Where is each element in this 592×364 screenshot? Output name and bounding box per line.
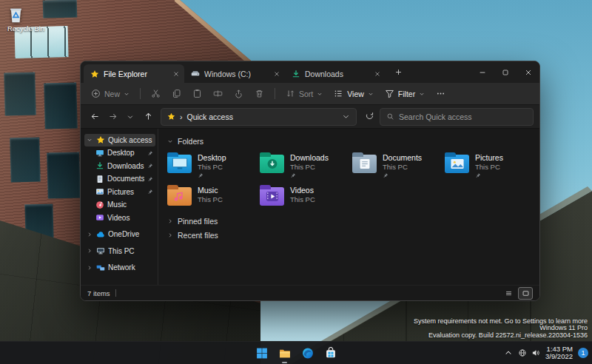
network-icon <box>96 263 105 272</box>
refresh-button[interactable] <box>361 109 377 125</box>
tab-label: Downloads <box>305 70 369 78</box>
folder-tile-downloads[interactable]: DownloadsThis PC <box>260 152 352 178</box>
new-tab-button[interactable] <box>390 64 406 81</box>
copy-icon <box>172 89 181 98</box>
details-view-button[interactable] <box>501 287 516 300</box>
building-window <box>24 204 53 240</box>
minimize-button[interactable] <box>471 61 494 83</box>
folder-tile-pictures[interactable]: PicturesThis PC <box>445 152 537 178</box>
scissors-icon <box>151 89 161 98</box>
recent-locations-button[interactable] <box>122 109 138 125</box>
sort-arrows-icon <box>286 89 295 98</box>
sidebar-item-desktop[interactable]: Desktop <box>84 147 155 160</box>
documents-folder-icon <box>352 155 377 173</box>
content-pane: Folders DesktopThis PCDownloadsThis PCDo… <box>158 129 539 285</box>
music-icon <box>95 200 104 209</box>
chevron-right-icon[interactable] <box>87 232 93 237</box>
large-icons-view-button[interactable] <box>518 287 533 300</box>
forward-button[interactable] <box>104 109 121 125</box>
tab-windows-c[interactable]: Windows (C:) <box>184 64 285 83</box>
view-button[interactable]: View <box>329 85 379 102</box>
chevron-down-icon <box>368 91 374 97</box>
up-button[interactable] <box>140 109 156 125</box>
taskbar-start-button[interactable] <box>253 344 271 362</box>
back-button[interactable] <box>87 109 103 125</box>
pin-icon <box>383 172 422 178</box>
tab-downloads[interactable]: Downloads <box>285 64 386 83</box>
paste-button[interactable] <box>187 85 207 102</box>
new-button[interactable]: New <box>86 85 135 102</box>
ellipsis-icon <box>436 89 445 98</box>
sidebar-item-onedrive[interactable]: OneDrive <box>84 229 155 241</box>
sort-button[interactable]: Sort <box>280 85 328 102</box>
chevron-right-icon <box>167 218 173 224</box>
building-window <box>44 82 78 129</box>
item-count: 7 items <box>87 289 110 297</box>
taskbar-file-explorer-button[interactable] <box>276 344 294 362</box>
more-button[interactable] <box>431 85 451 102</box>
tray-volume-icon[interactable] <box>531 348 540 357</box>
folders-section-header[interactable]: Folders <box>167 135 532 146</box>
toolbar-separator <box>140 88 141 99</box>
chevron-right-icon[interactable] <box>87 248 93 254</box>
breadcrumb[interactable]: › Quick access <box>161 108 357 126</box>
sidebar-item-label: OneDrive <box>108 230 153 238</box>
folder-tile-music[interactable]: MusicThis PC <box>167 185 260 206</box>
chevron-right-icon[interactable] <box>87 265 93 271</box>
section-header-pinned-files[interactable]: Pinned files <box>167 215 532 227</box>
delete-button[interactable] <box>249 85 269 102</box>
folder-location: This PC <box>198 163 226 172</box>
folder-tile-videos[interactable]: VideosThis PC <box>260 185 352 206</box>
sidebar-item-network[interactable]: Network <box>84 262 155 274</box>
sidebar-item-quick-access[interactable]: Quick access <box>84 134 155 146</box>
close-button[interactable] <box>517 61 539 83</box>
section-header-recent-files[interactable]: Recent files <box>167 229 532 241</box>
desktop: Recycle Bin File ExplorerWindows (C:)Dow… <box>0 0 592 364</box>
maximize-button[interactable] <box>494 61 517 83</box>
taskbar-store-button[interactable] <box>322 344 340 362</box>
building-window <box>10 137 41 182</box>
tab-file-explorer[interactable]: File Explorer <box>84 64 184 83</box>
sidebar-item-videos[interactable]: Videos <box>84 212 155 224</box>
folder-tile-documents[interactable]: DocumentsThis PC <box>352 152 445 178</box>
folder-location: This PC <box>475 163 503 172</box>
chevron-down-icon[interactable] <box>342 112 350 121</box>
share-button[interactable] <box>229 85 249 102</box>
folder-grid: DesktopThis PCDownloadsThis PCDocumentsT… <box>167 152 532 206</box>
edge-icon <box>301 347 314 360</box>
video-icon <box>95 213 104 222</box>
sidebar-item-this-pc[interactable]: This PC <box>84 245 155 257</box>
desktop-folder-icon <box>167 155 192 173</box>
pin-icon <box>147 189 153 195</box>
building-window <box>47 152 81 198</box>
tab-close-button[interactable] <box>273 70 280 78</box>
clock-date: 3/9/2022 <box>545 353 573 361</box>
sidebar-item-pictures[interactable]: Pictures <box>84 186 155 198</box>
sidebar-item-documents[interactable]: Documents <box>84 173 155 186</box>
notification-badge[interactable]: 1 <box>578 348 588 358</box>
search-input[interactable]: Search Quick access <box>380 108 534 126</box>
rename-button[interactable] <box>208 85 228 102</box>
sidebar-item-music[interactable]: Music <box>84 199 155 212</box>
copy-button[interactable] <box>166 85 186 102</box>
taskbar-edge-button[interactable] <box>299 344 317 362</box>
recycle-bin-icon <box>6 4 46 24</box>
sidebar-item-label: Videos <box>107 214 153 222</box>
sidebar-item-label: Music <box>107 200 153 209</box>
close-icon <box>524 68 533 77</box>
taskbar-clock[interactable]: 1:43 PM 3/9/2022 <box>545 346 573 361</box>
hidden-icons-chevron[interactable] <box>504 348 513 357</box>
tab-close-button[interactable] <box>172 70 180 78</box>
chevron-down-icon[interactable] <box>87 137 93 143</box>
tray-network-icon[interactable] <box>518 348 527 357</box>
folder-tile-desktop[interactable]: DesktopThis PC <box>167 152 260 178</box>
sidebar-item-downloads[interactable]: Downloads <box>84 160 155 172</box>
desktop-icon-recycle-bin[interactable]: Recycle Bin <box>6 4 46 33</box>
folder-location: This PC <box>290 195 315 204</box>
download-icon <box>292 70 300 78</box>
pc-icon <box>96 246 105 255</box>
cut-button[interactable] <box>146 85 166 102</box>
tab-close-button[interactable] <box>374 70 381 78</box>
filter-button[interactable]: Filter <box>380 85 430 102</box>
folder-name: Pictures <box>475 154 503 163</box>
